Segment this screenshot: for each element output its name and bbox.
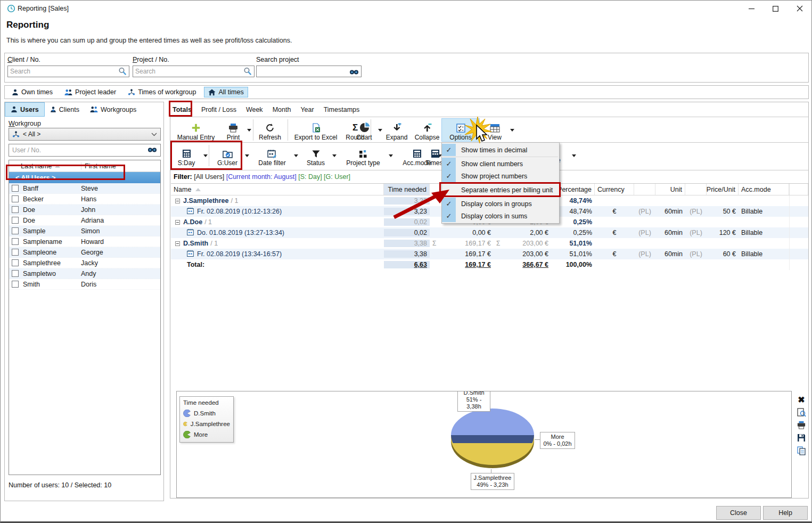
search-project-input[interactable] bbox=[256, 66, 362, 77]
menu-item-separate-entries-per-billing-unit[interactable]: Separate entries per billing unit bbox=[442, 184, 559, 196]
save-chart-button[interactable] bbox=[797, 433, 806, 443]
menu-item-display-colors-groups[interactable]: ✓ Display colors in groups bbox=[442, 198, 559, 210]
checkbox[interactable] bbox=[12, 249, 19, 256]
checkbox[interactable] bbox=[12, 185, 19, 192]
tab-all-times[interactable]: All times bbox=[204, 87, 248, 97]
user-row[interactable]: DoeJohn bbox=[9, 205, 160, 215]
date-filter-dropdown-arrow[interactable] bbox=[294, 154, 298, 157]
checkbox[interactable] bbox=[12, 206, 19, 213]
sidebar-tab-users[interactable]: Users bbox=[5, 102, 45, 117]
page-description: This is where you can sum up and group t… bbox=[6, 37, 292, 44]
status-button[interactable]: Status bbox=[304, 144, 328, 167]
view-tabs-bar: Own times Project leader Times of workgr… bbox=[4, 85, 809, 99]
check-icon: ✓ bbox=[442, 144, 456, 156]
view-button[interactable]: View bbox=[483, 119, 506, 141]
minimize-button[interactable] bbox=[740, 1, 764, 17]
sum-day-button[interactable]: S:Day bbox=[173, 144, 200, 167]
binoculars-icon bbox=[147, 146, 157, 154]
menu-item-show-project-numbers[interactable]: ✓ Show project numbers bbox=[442, 170, 559, 182]
sidebar-tab-workgroups[interactable]: Workgroups bbox=[85, 102, 142, 117]
tab-own-times[interactable]: Own times bbox=[8, 87, 56, 97]
user-row[interactable]: SmithDoris bbox=[9, 279, 160, 290]
user-row[interactable]: BeckerHans bbox=[9, 194, 160, 205]
sidebar-tab-clients[interactable]: Clients bbox=[45, 102, 85, 117]
user-search-placeholder: User / No. bbox=[12, 146, 147, 154]
refresh-button[interactable]: Refresh bbox=[256, 119, 284, 141]
menu-item-show-times-decimal[interactable]: ✓ Show times in decimal bbox=[442, 144, 559, 156]
checkbox[interactable] bbox=[12, 217, 19, 224]
print-chart-button[interactable] bbox=[797, 420, 806, 430]
chart-dropdown-arrow[interactable] bbox=[378, 129, 382, 132]
checkbox[interactable] bbox=[12, 195, 19, 202]
user-row[interactable]: SamplenameHoward bbox=[9, 236, 160, 247]
manual-entry-button[interactable]: Manual Entry bbox=[173, 119, 219, 141]
preview-chart-button[interactable] bbox=[797, 407, 806, 417]
tab-month[interactable]: Month bbox=[273, 106, 291, 113]
table-total-row[interactable]: Total: 6,63 169,17 € 366,67 € 100,00% bbox=[171, 259, 808, 270]
calculator-icon bbox=[413, 149, 422, 158]
menu-item-display-colors-sums[interactable]: ✓ Display colors in sums bbox=[442, 210, 559, 222]
user-row[interactable]: DoeAdriana bbox=[9, 215, 160, 226]
collapse-button[interactable]: Collapse bbox=[412, 119, 442, 141]
expand-button[interactable]: Expand bbox=[383, 119, 410, 141]
chart-button[interactable]: Chart bbox=[352, 119, 376, 141]
project-type-dropdown-arrow[interactable] bbox=[389, 154, 393, 157]
tab-week[interactable]: Week bbox=[246, 106, 263, 113]
user-row[interactable]: SamplethreeJacky bbox=[9, 258, 160, 268]
table-row[interactable]: Do. 01.08.2019 (13:27-13:34) 0,02 0,00 €… bbox=[171, 227, 808, 238]
all-users-row[interactable]: < All Users > bbox=[9, 172, 160, 183]
group-dropdown-arrow[interactable] bbox=[245, 154, 249, 157]
tab-times-of-workgroup[interactable]: Times of workgroup bbox=[124, 87, 200, 97]
user-row[interactable]: SampleSimon bbox=[9, 226, 160, 236]
preview-icon bbox=[797, 408, 806, 417]
legend-title: Time needed bbox=[183, 399, 230, 406]
user-row[interactable]: SampletwoAndy bbox=[9, 268, 160, 279]
copy-chart-button[interactable] bbox=[797, 446, 806, 455]
options-button[interactable]: Options bbox=[442, 119, 479, 141]
user-row[interactable]: SampleoneGeorge bbox=[9, 247, 160, 258]
tab-timestamps[interactable]: Timestamps bbox=[324, 106, 360, 113]
close-window-button[interactable] bbox=[788, 1, 811, 17]
folder-check-icon bbox=[223, 150, 233, 158]
collapse-node-icon[interactable] bbox=[175, 199, 180, 203]
pie-chart[interactable] bbox=[448, 407, 537, 472]
tab-profit-loss[interactable]: Profit / Loss bbox=[201, 106, 236, 113]
status-dropdown-arrow[interactable] bbox=[332, 154, 337, 157]
client-search-input[interactable]: Search bbox=[7, 66, 129, 77]
checkbox[interactable] bbox=[12, 238, 19, 245]
tab-totals[interactable]: Totals bbox=[173, 106, 192, 113]
group-user-button[interactable]: G:User bbox=[213, 144, 242, 167]
view-dropdown-arrow[interactable] bbox=[510, 129, 514, 132]
user-list-header[interactable]: Last name First name bbox=[9, 160, 160, 172]
user-search-input[interactable]: User / No. bbox=[9, 144, 161, 157]
tab-project-leader[interactable]: Project leader bbox=[61, 87, 120, 97]
checkbox[interactable] bbox=[12, 270, 19, 277]
checkbox[interactable] bbox=[12, 281, 19, 288]
maximize-button[interactable] bbox=[764, 1, 788, 17]
help-button[interactable]: Help bbox=[763, 506, 808, 520]
tab-year[interactable]: Year bbox=[300, 106, 314, 113]
user-row[interactable]: BanffSteve bbox=[9, 183, 160, 194]
pie-slice-icon bbox=[183, 410, 191, 417]
user-count-status: Number of users: 10 / Selected: 10 bbox=[9, 481, 111, 489]
collapse-node-icon[interactable] bbox=[175, 220, 180, 225]
covered-dropdown-arrow[interactable] bbox=[572, 154, 576, 157]
sum-dropdown-arrow[interactable] bbox=[203, 154, 208, 157]
date-filter-button[interactable]: Date filter bbox=[255, 144, 290, 167]
calendar-icon bbox=[267, 149, 277, 158]
checkbox[interactable] bbox=[12, 227, 19, 234]
menu-separator bbox=[443, 157, 558, 157]
project-type-button[interactable]: Project type bbox=[342, 144, 384, 167]
menu-item-show-client-numbers[interactable]: ✓ Show client numbers bbox=[442, 158, 559, 170]
export-to-excel-button[interactable]: Export to Excel bbox=[291, 119, 341, 141]
table-row[interactable]: Fr. 02.08.2019 (13:34-16:57) 3,38 169,17… bbox=[171, 249, 808, 259]
print-button[interactable]: Print bbox=[222, 119, 245, 141]
project-search-input[interactable]: Search bbox=[133, 66, 255, 77]
close-chart-button[interactable]: ✖ bbox=[797, 395, 806, 404]
collapse-node-icon[interactable] bbox=[175, 241, 180, 246]
table-row[interactable]: D.Smith/ 1 3,38 Σ 169,17 € Σ 203,00 € 51… bbox=[171, 238, 808, 249]
print-dropdown-arrow[interactable] bbox=[247, 129, 251, 132]
close-button[interactable]: Close bbox=[716, 506, 761, 520]
workgroup-dropdown[interactable]: < All > bbox=[9, 128, 161, 141]
checkbox[interactable] bbox=[12, 259, 19, 266]
